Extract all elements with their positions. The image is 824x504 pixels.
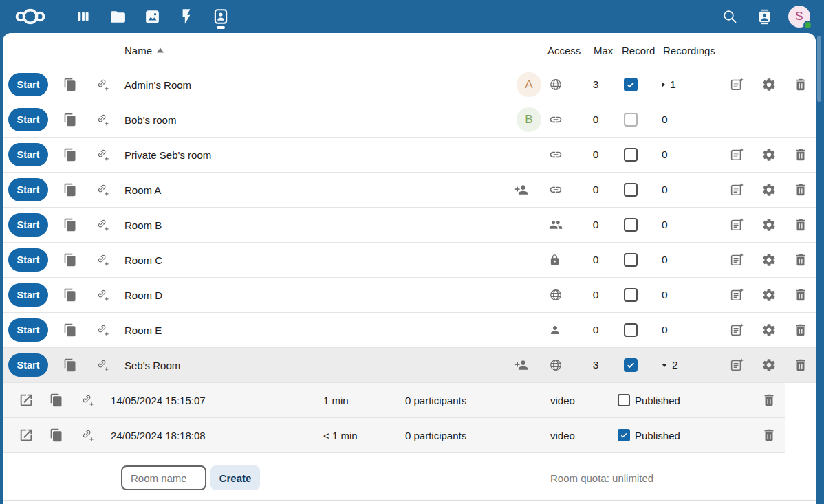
add-link-button[interactable] — [80, 393, 95, 408]
recordings-count: 0 — [662, 113, 668, 126]
room-properties-icon — [729, 322, 744, 338]
record-checkbox[interactable] — [624, 183, 638, 197]
delete-room-button[interactable] — [793, 322, 808, 338]
start-room-button[interactable]: Start — [8, 178, 48, 201]
contacts-menu-button[interactable] — [752, 0, 777, 33]
room-settings-button[interactable] — [761, 182, 777, 197]
add-link-button[interactable] — [95, 217, 110, 232]
add-link-button[interactable] — [95, 252, 110, 267]
delete-room-button[interactable] — [793, 358, 808, 373]
recordings-toggle-expanded[interactable]: 2 — [662, 359, 678, 371]
room-properties-button[interactable] — [729, 252, 744, 267]
delete-room-button[interactable] — [793, 252, 808, 267]
create-room-button[interactable]: Create — [210, 465, 260, 490]
open-recording-button[interactable] — [19, 428, 34, 443]
open-recording-button[interactable] — [19, 393, 34, 408]
delete-room-button[interactable] — [793, 77, 808, 92]
published-toggle[interactable]: Published — [618, 429, 680, 441]
delete-recording-button[interactable] — [761, 428, 777, 443]
copy-link-button[interactable] — [63, 323, 77, 337]
record-checkbox[interactable] — [624, 78, 638, 91]
user-menu[interactable]: S — [788, 0, 811, 33]
app-activity[interactable] — [173, 0, 200, 33]
copy-recording-link-button[interactable] — [50, 393, 63, 407]
copy-icon — [63, 253, 77, 267]
room-settings-button[interactable] — [761, 287, 777, 303]
add-link-button[interactable] — [95, 77, 110, 92]
start-room-button[interactable]: Start — [8, 73, 48, 96]
check-icon — [626, 80, 636, 89]
record-checkbox[interactable] — [624, 288, 638, 302]
published-toggle[interactable]: Published — [618, 394, 680, 406]
recording-participants: 0 participants — [405, 430, 466, 441]
start-room-button[interactable]: Start — [8, 318, 48, 342]
settings-gear-icon — [761, 182, 777, 197]
room-properties-button[interactable] — [729, 182, 744, 197]
copy-link-button[interactable] — [63, 288, 77, 302]
add-link-button[interactable] — [95, 287, 110, 303]
app-photos[interactable] — [138, 0, 166, 33]
published-checkbox[interactable] — [618, 429, 630, 441]
record-checkbox[interactable] — [624, 253, 638, 267]
search-button[interactable] — [718, 0, 741, 33]
room-properties-button[interactable] — [729, 217, 744, 232]
room-name-input[interactable] — [121, 465, 206, 490]
copy-icon — [63, 358, 77, 372]
room-properties-button[interactable] — [729, 147, 744, 162]
add-link-button[interactable] — [80, 428, 95, 443]
record-checkbox[interactable] — [624, 218, 638, 232]
add-link-button[interactable] — [95, 322, 110, 338]
start-room-button[interactable]: Start — [8, 353, 48, 377]
start-room-button[interactable]: Start — [8, 283, 48, 307]
start-room-button[interactable]: Start — [8, 248, 48, 272]
add-link-button[interactable] — [95, 182, 110, 197]
recordings-count-cell: 0 — [662, 219, 668, 231]
copy-link-button[interactable] — [63, 218, 77, 232]
lock-icon — [549, 254, 561, 266]
record-checkbox[interactable] — [624, 148, 638, 162]
app-files[interactable] — [104, 0, 131, 33]
room-settings-button[interactable] — [761, 358, 777, 373]
delete-recording-button[interactable] — [761, 393, 777, 408]
room-properties-button[interactable] — [729, 287, 744, 303]
add-link-button[interactable] — [95, 147, 110, 162]
scrollbar-thumb[interactable] — [817, 36, 821, 102]
app-dashboard[interactable] — [69, 0, 97, 33]
add-link-button[interactable] — [95, 112, 110, 127]
copy-link-button[interactable] — [63, 358, 77, 372]
start-room-button[interactable]: Start — [8, 108, 48, 131]
published-checkbox[interactable] — [618, 394, 630, 406]
settings-gear-icon — [761, 287, 777, 303]
delete-room-button[interactable] — [793, 147, 808, 162]
room-properties-button[interactable] — [729, 77, 744, 92]
start-room-button[interactable]: Start — [8, 213, 48, 237]
copy-recording-link-button[interactable] — [50, 428, 63, 442]
copy-link-button[interactable] — [63, 148, 77, 162]
nextcloud-logo[interactable] — [14, 0, 47, 33]
recording-duration: 1 min — [323, 395, 349, 406]
room-settings-button[interactable] — [761, 217, 777, 232]
delete-room-button[interactable] — [793, 287, 808, 303]
add-link-button[interactable] — [95, 358, 110, 373]
delete-room-button[interactable] — [793, 182, 808, 197]
room-settings-button[interactable] — [761, 322, 777, 338]
record-checkbox[interactable] — [624, 358, 638, 372]
room-properties-button[interactable] — [729, 322, 744, 338]
copy-link-button[interactable] — [63, 113, 77, 127]
delete-room-button[interactable] — [793, 217, 808, 232]
record-checkbox[interactable] — [624, 323, 638, 337]
copy-link-button[interactable] — [63, 253, 77, 267]
start-room-button[interactable]: Start — [8, 143, 48, 166]
room-properties-icon — [729, 252, 744, 267]
recordings-toggle[interactable]: 1 — [662, 78, 676, 91]
app-meetings-active[interactable] — [207, 0, 235, 33]
copy-link-button[interactable] — [63, 78, 77, 91]
column-header-name[interactable]: Name — [124, 44, 164, 56]
room-settings-button[interactable] — [761, 77, 777, 92]
copy-link-button[interactable] — [63, 183, 77, 197]
folder-icon — [109, 8, 127, 25]
room-properties-button[interactable] — [729, 358, 744, 373]
room-settings-button[interactable] — [761, 252, 777, 267]
room-settings-button[interactable] — [761, 147, 777, 162]
access-link — [549, 113, 563, 127]
